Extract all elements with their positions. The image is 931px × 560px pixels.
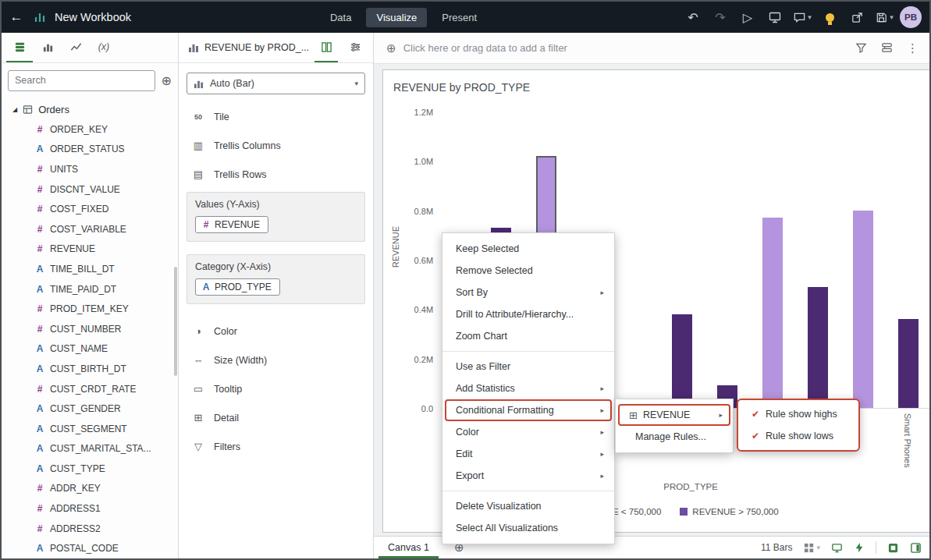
undo-button[interactable]: ↶ [682, 6, 704, 28]
menu-item[interactable]: Select All Visualizations [445, 517, 612, 539]
submenu-arrow-icon: ▸ [592, 406, 604, 414]
pill-prod-type[interactable]: A PROD_TYPE [195, 278, 280, 296]
panel-toggle[interactable] [910, 542, 922, 554]
menu-item[interactable]: Export▸ [445, 465, 612, 487]
menu-item[interactable]: Remove Selected [445, 260, 612, 282]
menu-item[interactable]: Drill to Attribute/Hierarchy... [445, 303, 612, 325]
field-item[interactable]: ATIME_BILL_DT [2, 259, 178, 279]
field-name: CUST_MARITAL_STA... [50, 443, 151, 454]
menu-item[interactable]: Color▸ [445, 421, 612, 443]
drop-target-label: Detail [214, 413, 239, 424]
present-icon[interactable] [764, 6, 786, 28]
menu-item[interactable]: Keep Selected [445, 238, 612, 260]
drop-target-color[interactable]: ◑Color [187, 317, 365, 346]
filter-funnel-icon[interactable] [855, 42, 867, 54]
field-item[interactable]: #CUST_NUMBER [2, 319, 178, 339]
run-button[interactable]: ▷ [737, 6, 759, 28]
drop-target-size[interactable]: ⇔Size (Width) [187, 346, 365, 374]
submenu-item[interactable]: ⊞REVENUE▸ [618, 404, 730, 426]
drop-target-filters[interactable]: ▽Filters [187, 432, 365, 461]
values-drop-zone[interactable]: Values (Y-Axis) # REVENUE [187, 192, 365, 242]
drop-target-trellis-columns[interactable]: ▥Trellis Columns [187, 131, 365, 160]
filter-prompt[interactable]: Click here or drag data to add a filter [403, 42, 567, 54]
pill-revenue[interactable]: # REVENUE [195, 216, 268, 233]
kebab-menu-icon[interactable]: ⋮ [907, 41, 919, 55]
field-item[interactable]: #UNITS [2, 159, 178, 179]
canvas-layout-dropdown[interactable]: ▾ [803, 542, 820, 554]
user-avatar[interactable]: PB [900, 6, 922, 28]
legend-item[interactable]: REVENUE > 750,000 [680, 507, 778, 516]
bar-item-6[interactable] [672, 314, 692, 408]
save-button[interactable]: ▾ [873, 6, 895, 28]
tab-analytics[interactable] [62, 33, 89, 62]
tab-properties[interactable] [343, 33, 367, 62]
drop-target-trellis-rows[interactable]: ▤Trellis Rows [187, 160, 365, 189]
field-item[interactable]: #ADDR_KEY [2, 479, 178, 499]
menu-divider [442, 491, 614, 491]
bar-item-10[interactable] [853, 211, 873, 408]
tab-calculations[interactable]: (x) [91, 33, 117, 62]
menu-item[interactable]: Add Statistics▸ [445, 377, 612, 399]
left-panel-scrollbar[interactable] [174, 267, 177, 376]
tab-data-elements[interactable] [6, 33, 33, 62]
field-item[interactable]: AORDER_STATUS [2, 140, 178, 160]
fit-canvas-toggle[interactable] [887, 542, 899, 554]
menu-item[interactable]: Edit▸ [445, 443, 612, 465]
mode-tab-visualize[interactable]: Visualize [366, 8, 427, 27]
bar-item-9[interactable] [808, 287, 828, 408]
menu-item[interactable]: Use as Filter [445, 356, 612, 377]
visualization-settings-icon[interactable] [881, 42, 893, 54]
add-filter-icon[interactable]: ⊕ [386, 41, 396, 55]
field-item[interactable]: #REVENUE [2, 239, 178, 260]
rule-item[interactable]: ✔Rule show lows [741, 425, 856, 447]
drop-target-tooltip[interactable]: ▭Tooltip [187, 374, 365, 403]
display-mode-icon[interactable] [831, 542, 843, 554]
search-row: ⊕ [2, 63, 178, 97]
drop-target-tile[interactable]: 50Tile [187, 102, 365, 131]
field-item[interactable]: APOSTAL_CODE [2, 538, 178, 558]
menu-item[interactable]: Zoom Chart [445, 325, 612, 347]
menu-item[interactable]: Sort By▸ [445, 282, 612, 303]
rule-item[interactable]: ✔Rule show highs [741, 403, 856, 425]
field-item[interactable]: #CUST_CRDT_RATE [2, 379, 178, 399]
add-dataset-button[interactable]: ⊕ [162, 73, 172, 88]
redo-button[interactable]: ↷ [709, 6, 731, 28]
comments-button[interactable]: ▾ [791, 6, 813, 28]
menu-item-label: Add Statistics [456, 383, 515, 394]
field-item[interactable]: #ADDRESS2 [2, 519, 178, 539]
field-item[interactable]: ATIME_PAID_DT [2, 279, 178, 299]
drop-target-detail[interactable]: ⊞Detail [187, 403, 365, 432]
mode-tab-present[interactable]: Present [432, 8, 487, 27]
back-button[interactable]: ← [2, 2, 31, 33]
bar-smart-phones[interactable] [898, 319, 919, 408]
field-item[interactable]: ACUST_GENDER [2, 399, 178, 419]
insights-bulb-button[interactable] [819, 6, 840, 28]
field-item[interactable]: ACUST_TYPE [2, 459, 178, 479]
open-in-new-button[interactable] [846, 6, 868, 28]
field-item[interactable]: #DISCNT_VALUE [2, 179, 178, 200]
field-item[interactable]: #COST_FIXED [2, 199, 178, 219]
submenu-item[interactable]: Manage Rules... [618, 426, 730, 448]
mode-tab-data[interactable]: Data [320, 8, 361, 27]
grammar-viz-title: REVENUE by PROD_... [204, 42, 309, 53]
tab-grammar[interactable] [314, 33, 338, 62]
field-item[interactable]: #ADDRESS1 [2, 498, 178, 519]
field-item[interactable]: ACUST_MARITAL_STA... [2, 439, 178, 459]
field-item[interactable]: ACUST_SEGMENT [2, 419, 178, 439]
canvas-tab[interactable]: Canvas 1 [374, 537, 443, 558]
field-name: ADDRESS2 [50, 523, 101, 534]
field-item[interactable]: #ORDER_KEY [2, 119, 178, 140]
dataset-orders[interactable]: ◢ Orders [2, 99, 178, 119]
tab-visualizations[interactable] [34, 33, 61, 62]
chart-type-dropdown[interactable]: Auto (Bar) ▾ [187, 73, 365, 94]
menu-item[interactable]: Delete Visualization [445, 495, 612, 517]
field-item[interactable]: ACUST_NAME [2, 339, 178, 360]
search-input[interactable] [8, 70, 155, 91]
category-drop-zone[interactable]: Category (X-Axis) A PROD_TYPE [187, 254, 365, 304]
menu-item[interactable]: Conditional Formatting▸ [445, 399, 612, 421]
auto-refresh-icon[interactable] [854, 542, 865, 553]
field-item[interactable]: #PROD_ITEM_KEY [2, 299, 178, 319]
field-item[interactable]: ACUST_BIRTH_DT [2, 359, 178, 379]
bar-item-8[interactable] [762, 218, 783, 408]
field-item[interactable]: #COST_VARIABLE [2, 219, 178, 239]
